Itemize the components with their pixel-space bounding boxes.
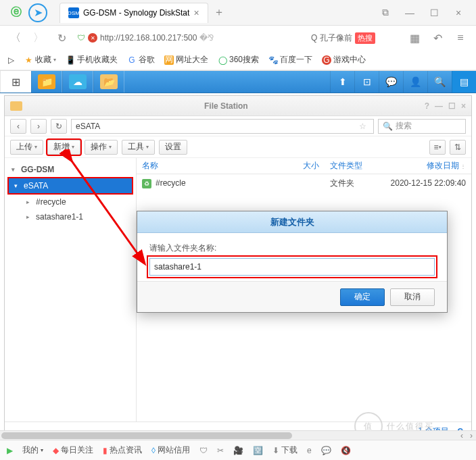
bm-360[interactable]: ◯360搜索: [218, 54, 259, 66]
address-bar: 〈 〉 ↻ 🛡 ✕ http://192.168.100.217:500 �⅋ …: [0, 26, 476, 50]
tree-esata[interactable]: ▾eSATA: [9, 178, 132, 193]
dsm-notify-icon[interactable]: 💬: [379, 71, 403, 93]
upload-button[interactable]: 上传▾: [10, 140, 43, 155]
tab-close-icon[interactable]: ×: [193, 7, 199, 18]
adblock-icon: ✕: [88, 33, 97, 43]
undo-icon[interactable]: ↶: [430, 30, 445, 45]
dsm-filestation-icon[interactable]: 📂: [93, 71, 124, 93]
tab-add-icon[interactable]: ＋: [214, 5, 224, 20]
bb-print-icon[interactable]: e: [307, 446, 312, 455]
bb-download[interactable]: ⬇下载: [272, 444, 298, 456]
bm-game[interactable]: G游戏中心: [322, 54, 366, 66]
sidebar-toggle-icon[interactable]: ▷: [8, 55, 14, 65]
view-list-icon[interactable]: ≡▾: [429, 140, 446, 155]
close-icon[interactable]: ×: [461, 101, 466, 111]
window-close-icon[interactable]: ×: [449, 5, 468, 21]
window-capture-icon[interactable]: ⧉: [376, 5, 395, 21]
bb-shield-icon[interactable]: 🛡: [199, 446, 208, 455]
tab-title: GG-DSM - Synology DiskStat: [83, 8, 189, 18]
bm-netall[interactable]: 网网址大全: [164, 54, 208, 66]
minimize-icon[interactable]: —: [435, 101, 443, 111]
dsm-user-icon[interactable]: 👤: [403, 71, 427, 93]
nav-refresh-icon[interactable]: ↻: [51, 119, 67, 134]
sort-icon[interactable]: ⇅: [450, 140, 466, 155]
tool-button[interactable]: 工具▾: [122, 140, 155, 155]
bb-play-icon[interactable]: ▶: [7, 446, 13, 455]
scroll-right-icon[interactable]: ›: [467, 431, 476, 440]
browser-search[interactable]: Q 孔子像前 热搜: [311, 32, 399, 44]
browser-logo-icon[interactable]: ⓔ: [7, 3, 26, 22]
star-icon[interactable]: ☆: [356, 122, 369, 131]
bb-translate-icon[interactable]: 🈳: [253, 446, 263, 455]
dsm-favicon-icon: DSM: [68, 7, 79, 18]
window-min-icon[interactable]: —: [400, 5, 419, 21]
url-field[interactable]: 🛡 ✕ http://192.168.100.217:500 �⅋: [77, 33, 303, 43]
fs-nav-bar: ‹ › ↻ eSATA ☆ 🔍 搜索: [5, 116, 471, 136]
tree-satashare[interactable]: ▸satashare1-1: [5, 209, 136, 224]
path-field[interactable]: eSATA ☆: [71, 119, 374, 134]
url-text: http://192.168.100.217:500: [100, 33, 197, 43]
dsm-home-icon[interactable]: ⊞: [0, 71, 31, 93]
dialog-title[interactable]: 新建文件夹: [137, 211, 447, 233]
bb-msg-icon[interactable]: 💬: [321, 446, 331, 455]
recycle-icon: ♻: [142, 179, 151, 188]
menu-icon[interactable]: ≡: [453, 30, 468, 45]
browser-status-bar: ▶ 我的▾ ◆每日关注 ▮热点资讯 ◊网站信用 🛡 ✂ 🎥 🈳 ⬇下载 e 💬 …: [0, 440, 476, 460]
scroll-left-icon[interactable]: ‹: [457, 431, 467, 440]
maximize-icon[interactable]: ☐: [448, 101, 456, 111]
bookmark-bar: ▷ ★收藏▾ 📱手机收藏夹 G谷歌 网网址大全 ◯360搜索 🐾百度一下 G游戏…: [0, 50, 476, 70]
grid-menu-icon[interactable]: ▦: [407, 30, 422, 45]
dsm-widget-icon[interactable]: ⊡: [354, 71, 379, 93]
bb-mine[interactable]: 我的▾: [22, 444, 43, 456]
dsm-app2-icon[interactable]: ☁: [62, 71, 93, 93]
list-item[interactable]: ♻#recycle 文件夹 2020-12-15 22:09:40: [137, 174, 471, 192]
folder-tree: ▾GG-DSM ▾eSATA ▸#recycle ▸satashare1-1: [5, 158, 137, 421]
dsm-pilot-icon[interactable]: ▤: [452, 71, 476, 93]
col-size[interactable]: 大小: [285, 160, 319, 172]
dialog-label: 请输入文件夹名称:: [149, 242, 435, 254]
bb-camera-icon[interactable]: 🎥: [233, 446, 243, 455]
bm-google[interactable]: G谷歌: [127, 54, 155, 66]
window-max-icon[interactable]: ☐: [425, 5, 444, 21]
bm-favorites[interactable]: ★收藏▾: [24, 54, 56, 66]
settings-button[interactable]: 设置: [159, 140, 187, 155]
bb-mute-icon[interactable]: 🔇: [341, 446, 351, 455]
bb-cut-icon[interactable]: ✂: [217, 446, 224, 455]
nav-fwd-icon[interactable]: ›: [30, 119, 47, 134]
action-button[interactable]: 操作▾: [85, 140, 118, 155]
back-icon[interactable]: 〈: [8, 30, 23, 45]
file-list: 名称 大小 文件类型 修改日期⋮ ♻#recycle 文件夹 2020-12-1…: [137, 158, 471, 421]
shield-icon: 🛡: [77, 33, 85, 43]
dsm-search-icon[interactable]: 🔍: [427, 71, 452, 93]
nav-back-icon[interactable]: ‹: [10, 119, 26, 134]
col-date[interactable]: 修改日期⋮: [373, 160, 466, 172]
help-icon[interactable]: ?: [425, 101, 429, 111]
bm-mobile[interactable]: 📱手机收藏夹: [66, 54, 118, 66]
bm-baidu[interactable]: 🐾百度一下: [268, 54, 312, 66]
col-name[interactable]: 名称: [142, 160, 285, 172]
ok-button[interactable]: 确定: [340, 288, 385, 306]
folder-icon: [10, 101, 22, 111]
list-header: 名称 大小 文件类型 修改日期⋮: [137, 158, 471, 174]
bb-credit[interactable]: ◊网站信用: [151, 444, 190, 456]
new-button[interactable]: 新增▾: [47, 140, 80, 155]
tree-root[interactable]: ▾GG-DSM: [5, 162, 136, 177]
cancel-button[interactable]: 取消: [390, 288, 435, 306]
h-scrollbar[interactable]: ‹ ›: [0, 430, 476, 440]
nav-compass-icon[interactable]: ➤: [28, 3, 47, 22]
dsm-app1-icon[interactable]: 📁: [31, 71, 62, 93]
reload-icon[interactable]: ↻: [54, 30, 69, 45]
dsm-upload-icon[interactable]: ⬆: [330, 71, 354, 93]
tree-recycle[interactable]: ▸#recycle: [5, 195, 136, 209]
col-type[interactable]: 文件类型: [319, 160, 373, 172]
fs-search-input[interactable]: 🔍 搜索: [378, 119, 466, 134]
bb-daily[interactable]: ◆每日关注: [53, 444, 93, 456]
browser-tab[interactable]: DSM GG-DSM - Synology DiskStat ×: [60, 3, 208, 23]
forward-icon[interactable]: 〉: [31, 30, 46, 45]
hot-badge: 热搜: [355, 32, 375, 44]
scrollbar-thumb[interactable]: [1, 432, 292, 439]
folder-name-input[interactable]: [149, 258, 435, 276]
tab-bar: ⓔ ➤ DSM GG-DSM - Synology DiskStat × ＋ ⧉…: [0, 0, 476, 26]
window-titlebar[interactable]: File Station ? — ☐ ×: [5, 96, 471, 116]
bb-hotnews[interactable]: ▮热点资讯: [103, 444, 142, 456]
